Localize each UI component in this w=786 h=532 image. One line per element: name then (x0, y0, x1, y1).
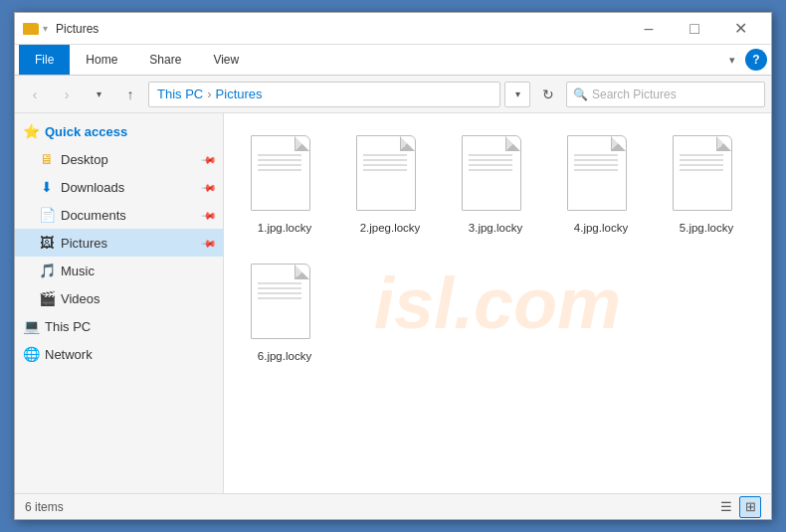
sidebar-label-music: Music (61, 264, 95, 278)
file-icon-page (462, 135, 521, 211)
explorer-window: ▾ Pictures – □ ✕ File Home Share View ▾ … (14, 12, 772, 520)
file-label: 4.jpg.locky (574, 221, 628, 236)
file-label: 6.jpg.locky (258, 349, 311, 364)
watermark: isl.com (374, 263, 621, 344)
pictures-icon: 🖼 (39, 235, 55, 251)
view-list-button[interactable]: ☰ (715, 496, 737, 518)
sidebar-item-music[interactable]: 🎵 Music (15, 257, 223, 284)
file-icon (251, 135, 318, 215)
status-item-count: 6 items (25, 500, 64, 514)
sidebar: ⭐ Quick access 🖥 Desktop 📌 ⬇ Downloads 📌… (15, 113, 224, 493)
search-placeholder: Search Pictures (592, 88, 677, 101)
file-label: 5.jpg.locky (680, 221, 733, 236)
file-icon-page (251, 135, 310, 211)
ribbon-chevron-icon[interactable]: ▾ (723, 50, 741, 71)
music-icon: 🎵 (39, 263, 55, 278)
search-icon: 🔍 (573, 88, 588, 101)
tab-share[interactable]: Share (133, 45, 197, 75)
sidebar-item-quick-access[interactable]: ⭐ Quick access (15, 117, 223, 145)
sidebar-item-documents[interactable]: 📄 Documents 📌 (15, 201, 223, 229)
tab-file[interactable]: File (19, 45, 70, 75)
maximize-button[interactable]: □ (672, 13, 717, 45)
file-area: isl.com 1.jpg.locky 2.jpeg.locky (224, 113, 771, 493)
sidebar-item-downloads[interactable]: ⬇ Downloads 📌 (15, 173, 223, 201)
sidebar-label-pictures: Pictures (61, 236, 107, 251)
videos-icon: 🎬 (39, 290, 55, 306)
sidebar-item-pictures[interactable]: 🖼 Pictures 📌 (15, 229, 223, 257)
status-bar: 6 items ☰ ⊞ (15, 493, 771, 519)
sidebar-label-desktop: Desktop (61, 152, 108, 167)
forward-button[interactable]: › (53, 81, 81, 108)
sidebar-label-videos: Videos (61, 291, 100, 306)
file-icon (567, 135, 635, 215)
file-item[interactable]: 4.jpg.locky (556, 129, 646, 242)
sidebar-label-downloads: Downloads (61, 180, 124, 195)
sidebar-item-thispc[interactable]: 💻 This PC (15, 312, 223, 340)
file-item[interactable]: 5.jpg.locky (662, 129, 751, 242)
file-item[interactable]: 1.jpg.locky (240, 129, 329, 242)
file-icon-page (251, 264, 310, 339)
pin-icon-downloads: 📌 (201, 179, 217, 195)
sidebar-item-network[interactable]: 🌐 Network (15, 340, 223, 368)
ribbon-expand: ▾ ? (723, 49, 767, 71)
file-label: 1.jpg.locky (258, 221, 311, 236)
main-area: ⭐ Quick access 🖥 Desktop 📌 ⬇ Downloads 📌… (15, 113, 771, 493)
address-path[interactable]: This PC › Pictures (148, 82, 500, 107)
path-separator: › (207, 87, 211, 101)
documents-icon: 📄 (39, 207, 55, 223)
file-icon (462, 135, 529, 215)
tab-view[interactable]: View (197, 45, 255, 75)
file-item[interactable]: 2.jpeg.locky (345, 129, 435, 242)
address-dropdown-button[interactable]: ▾ (504, 82, 530, 107)
ribbon-tabs: File Home Share View ▾ ? (15, 45, 771, 75)
star-icon: ⭐ (23, 123, 39, 139)
file-icon (251, 264, 318, 343)
file-icon-page (567, 135, 627, 211)
file-item[interactable]: 3.jpg.locky (451, 129, 540, 242)
close-button[interactable]: ✕ (717, 13, 763, 45)
window-title: Pictures (56, 22, 626, 36)
pin-icon-desktop: 📌 (201, 151, 217, 167)
title-bar-icon: ▾ (23, 23, 48, 35)
file-icon (673, 135, 740, 215)
refresh-button[interactable]: ↻ (534, 81, 562, 108)
network-icon: 🌐 (23, 346, 39, 362)
view-large-icon-button[interactable]: ⊞ (739, 496, 761, 518)
dropdown-recent-button[interactable]: ▾ (85, 81, 112, 108)
thispc-icon: 💻 (23, 318, 39, 334)
back-button[interactable]: ‹ (21, 81, 49, 108)
file-item[interactable]: 6.jpg.locky (240, 258, 329, 370)
file-label: 2.jpeg.locky (360, 221, 421, 236)
path-pictures[interactable]: Pictures (216, 87, 263, 101)
folder-icon: 🖥 (39, 151, 55, 167)
address-bar: ‹ › ▾ ↑ This PC › Pictures ▾ ↻ 🔍 Search … (15, 76, 771, 113)
sidebar-label-thispc: This PC (45, 319, 91, 334)
sidebar-label-documents: Documents (61, 208, 126, 223)
view-buttons: ☰ ⊞ (715, 496, 761, 518)
ribbon: File Home Share View ▾ ? (15, 45, 771, 76)
pin-icon-documents: 📌 (201, 207, 217, 223)
sidebar-item-desktop[interactable]: 🖥 Desktop 📌 (15, 145, 223, 173)
path-thispc[interactable]: This PC (157, 87, 203, 101)
file-label: 3.jpg.locky (469, 221, 522, 236)
download-icon: ⬇ (39, 179, 55, 195)
sidebar-label-network: Network (45, 347, 93, 362)
title-bar: ▾ Pictures – □ ✕ (15, 13, 771, 45)
search-box[interactable]: 🔍 Search Pictures (566, 82, 765, 107)
pin-icon-pictures: 📌 (201, 235, 217, 251)
tab-home[interactable]: Home (70, 45, 133, 75)
help-button[interactable]: ? (745, 49, 767, 71)
window-controls: – □ ✕ (626, 13, 763, 45)
file-icon-page (356, 135, 416, 211)
up-button[interactable]: ↑ (116, 81, 144, 108)
sidebar-item-videos[interactable]: 🎬 Videos (15, 284, 223, 312)
file-icon (356, 135, 424, 215)
minimize-button[interactable]: – (626, 13, 672, 45)
file-icon-page (673, 135, 732, 211)
sidebar-label-quick-access: Quick access (45, 124, 127, 139)
